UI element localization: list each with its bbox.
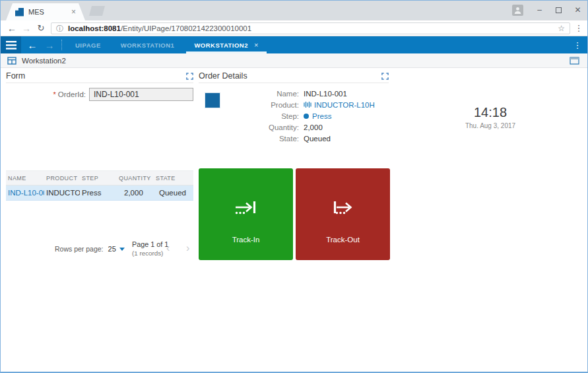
track-in-icon: [234, 199, 259, 221]
clock-time: 14:18: [431, 105, 550, 120]
app-forward-button[interactable]: →: [42, 36, 57, 53]
order-details-title: Order Details: [199, 71, 247, 81]
orderid-field-row: * OrderId:: [6, 88, 193, 101]
row-step-cell: Press: [80, 189, 117, 197]
form-panel-header: Form: [6, 69, 193, 83]
app-nav-bar: ← → UIPAGE WORKSTATION1 WORKSTATION2 × ⋮: [1, 36, 587, 53]
order-quantity-value: 2,000: [304, 123, 323, 131]
rows-per-page-control[interactable]: Rows per page: 25: [55, 245, 125, 253]
orderid-input[interactable]: [89, 88, 193, 101]
table-header-row: NAME PRODUCT STEP QUANTITY STATE: [6, 170, 193, 186]
order-product-value: INDUCTOR-L10H: [314, 101, 375, 109]
form-expand-icon[interactable]: [186, 73, 193, 80]
bookmark-star-icon[interactable]: ☆: [558, 24, 565, 33]
browser-back-button[interactable]: ←: [5, 20, 19, 36]
order-thumbnail: [205, 92, 220, 108]
mes-favicon-icon: [15, 8, 24, 17]
browser-window: MES × – ✕ ← → ↻ ⓘ localhost:8081/Entity/…: [0, 0, 588, 373]
track-in-label: Track-In: [232, 236, 260, 244]
order-name-value: IND-L10-001: [304, 90, 347, 98]
page-grid-icon: [7, 57, 16, 65]
table-row[interactable]: IND-L10-001 INDUCTOR-L... Press 2,000 Qu…: [6, 186, 193, 201]
window-controls: – ✕: [512, 1, 587, 19]
breadcrumb: Workstation2: [22, 57, 66, 65]
tab-workstation2[interactable]: WORKSTATION2 ×: [184, 36, 269, 53]
order-name-row: Name: IND-L10-001: [199, 88, 389, 99]
order-product-row: Product: INDUCTOR-L10H: [199, 99, 389, 110]
url-host: localhost:8081: [68, 24, 121, 32]
tab-close-icon[interactable]: ×: [71, 7, 76, 17]
table-pagination: Rows per page: 25 Page 1 of 1 (1 records…: [6, 237, 193, 263]
track-out-button[interactable]: Track-Out: [296, 168, 390, 260]
browser-menu-icon[interactable]: ⋮: [572, 20, 586, 36]
hamburger-menu-icon[interactable]: [1, 36, 21, 53]
order-details-header: Order Details: [199, 69, 389, 83]
row-name-cell[interactable]: IND-L10-001: [6, 189, 44, 197]
page-window-icon[interactable]: [570, 57, 579, 65]
col-header-product[interactable]: PRODUCT: [44, 175, 80, 182]
order-details-expand-icon[interactable]: [381, 73, 389, 80]
order-quantity-label: Quantity:: [199, 123, 299, 131]
browser-tab[interactable]: MES ×: [6, 3, 85, 20]
order-state-value: Queued: [304, 135, 331, 143]
row-state-cell: Queued: [154, 189, 193, 197]
close-window-button[interactable]: ✕: [568, 1, 587, 19]
maximize-button[interactable]: [549, 1, 568, 19]
new-tab-button[interactable]: [89, 6, 105, 16]
next-page-icon[interactable]: ›: [186, 242, 189, 254]
tab-uipage-label: UIPAGE: [75, 42, 101, 49]
app-menu-icon[interactable]: ⋮: [570, 36, 585, 53]
orderid-label: OrderId:: [58, 90, 86, 98]
order-step-label: Step:: [199, 112, 299, 120]
tab-uipage[interactable]: UIPAGE: [65, 36, 111, 53]
tab-workstation1[interactable]: WORKSTATION1: [111, 36, 185, 53]
order-product-link[interactable]: INDUCTOR-L10H: [304, 101, 375, 109]
url-path: /Entity/UIPage/1708021422300010001: [121, 24, 251, 32]
col-header-step[interactable]: STEP: [80, 175, 117, 182]
page-info: Page 1 of 1 (1 records): [132, 240, 168, 257]
prev-page-icon[interactable]: ‹: [166, 242, 170, 254]
address-bar[interactable]: ⓘ localhost:8081/Entity/UIPage/170802142…: [51, 22, 570, 34]
form-panel-title: Form: [6, 71, 25, 81]
rows-per-page-value[interactable]: 25: [108, 245, 116, 253]
order-details-panel: Order Details Name: IND-L10-001 Product:: [199, 69, 389, 145]
col-header-name[interactable]: NAME: [6, 175, 44, 182]
order-step-row: Step: Press: [199, 110, 389, 121]
track-in-button[interactable]: Track-In: [199, 168, 293, 260]
browser-tab-title: MES: [28, 8, 71, 16]
order-quantity-row: Quantity: 2,000: [199, 122, 389, 133]
minimize-button[interactable]: –: [530, 1, 549, 19]
browser-forward-button[interactable]: →: [19, 20, 34, 36]
breadcrumb-bar: Workstation2: [1, 53, 587, 68]
order-step-link[interactable]: Press: [304, 112, 331, 120]
form-panel: Form * OrderId:: [6, 69, 193, 101]
app-back-button[interactable]: ←: [24, 36, 40, 53]
col-header-state[interactable]: STATE: [154, 175, 193, 182]
browser-titlebar: MES × – ✕: [1, 1, 587, 20]
page-number-text: Page 1 of 1: [132, 240, 168, 248]
tab-workstation1-label: WORKSTATION1: [121, 42, 175, 49]
record-count-text: (1 records): [132, 250, 168, 257]
row-quantity-cell: 2,000: [117, 189, 154, 197]
profile-icon[interactable]: [512, 5, 523, 16]
reload-button[interactable]: ↻: [34, 20, 48, 36]
tab-workstation2-close-icon[interactable]: ×: [254, 41, 259, 49]
clock-date: Thu. Aug 3, 2017: [431, 122, 550, 129]
rows-per-page-label: Rows per page:: [55, 245, 104, 253]
order-state-row: State: Queued: [199, 133, 389, 145]
browser-toolbar: ← → ↻ ⓘ localhost:8081/Entity/UIPage/170…: [1, 20, 587, 36]
order-step-value: Press: [312, 112, 331, 120]
tab-workstation2-label: WORKSTATION2: [194, 42, 248, 49]
clock-widget: 14:18 Thu. Aug 3, 2017: [431, 105, 550, 129]
col-header-quantity[interactable]: QUANTITY: [117, 175, 154, 182]
chevron-down-icon[interactable]: [119, 248, 125, 251]
track-out-icon: [331, 199, 356, 221]
page-content: Form * OrderId: Order Details: [1, 69, 587, 372]
app-tab-strip: UIPAGE WORKSTATION1 WORKSTATION2 ×: [65, 36, 269, 53]
track-out-label: Track-Out: [326, 236, 360, 244]
step-circle-icon: [304, 114, 309, 119]
orders-table: NAME PRODUCT STEP QUANTITY STATE IND-L10…: [6, 170, 193, 201]
page-info-icon[interactable]: ⓘ: [56, 24, 63, 34]
inductor-icon: [304, 101, 311, 108]
nav-separator: [61, 40, 62, 50]
